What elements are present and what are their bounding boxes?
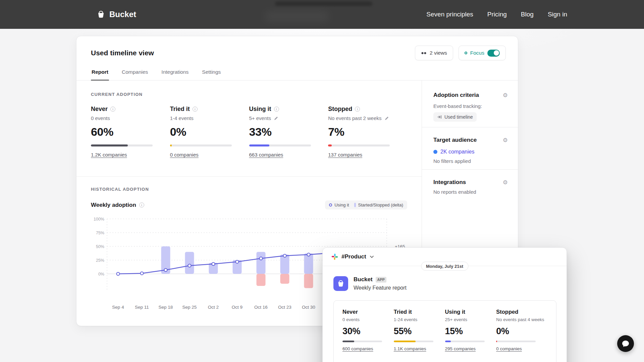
gear-icon[interactable]: ⚙ [503,137,508,143]
metric-events-label: 5+ events [249,115,328,121]
metric-value: 7% [328,125,407,138]
metric-progress-bar [91,144,153,146]
bucket-avatar-icon [337,280,345,288]
metric-events-text: 1-4 events [170,115,194,121]
metric-events-text: No events past 4 weeks [496,317,544,322]
toggle-knob [494,50,499,56]
metric-value: 60% [91,125,170,138]
integrations-title: Integrations [433,179,503,186]
svg-text:Sep 11: Sep 11 [135,305,149,310]
channel-name[interactable]: #Product [341,253,366,260]
gear-icon[interactable]: ⚙ [503,93,508,98]
used-timeline-chip[interactable]: Used timeline [433,112,477,122]
date-divider: Monday, July 21st [323,266,567,266]
slack-preview-card: #Product Monday, July 21st Bucket APP We… [322,247,567,362]
bucket-app-avatar [333,276,348,291]
legend-label: Using it [334,202,349,207]
date-pill[interactable]: Monday, July 21st [421,261,468,270]
current-adoption-metrics: Never0 events60%1.2K companiesTried it1-… [91,106,407,158]
metric-progress-bar [249,144,311,146]
metric-companies-link[interactable]: 137 companies [328,152,362,158]
gear-icon[interactable]: ⚙ [503,180,508,185]
metric-events-label: 1-24 events [394,317,445,322]
metric-events-label: 1-4 events [170,115,249,121]
metric-progress-fill [445,341,451,342]
edit-criteria-button[interactable] [384,116,389,121]
svg-text:Sep 18: Sep 18 [159,305,173,310]
metric-companies-link[interactable]: 295 companies [445,346,476,351]
tab-settings[interactable]: Settings [201,69,221,80]
focus-control: Focus [459,46,506,60]
nav-links: Seven principlesPricingBlogSign in [426,11,567,18]
message-body: Bucket APP Weekly Feature report [354,276,407,291]
metric-events-label: 0 events [91,115,170,121]
nav-link-seven-principles[interactable]: Seven principles [426,11,473,18]
focus-toggle[interactable] [487,50,500,57]
metric-events-text: 25+ events [445,317,467,322]
svg-text:Oct 23: Oct 23 [278,305,291,310]
metric-progress-bar [445,341,485,342]
svg-text:25%: 25% [96,258,104,263]
chevron-down-icon[interactable] [370,255,374,258]
metric-tried-it: Tried it1-24 events55%1.1K companies [394,309,445,352]
card-header: Used timeline view 2 views Focus [76,36,518,67]
nav-link-sign-in[interactable]: Sign in [548,11,567,18]
used-timeline-chip-label: Used timeline [444,114,473,120]
metric-events-label: 25+ events [445,317,496,322]
metric-value: 0% [496,326,547,337]
metric-companies-link[interactable]: 663 companies [249,152,283,158]
metric-name: Stopped [328,106,352,113]
bar-marker-icon [354,203,356,207]
svg-text:Oct 30: Oct 30 [302,305,315,310]
edit-criteria-button[interactable] [274,116,278,121]
nav-link-pricing[interactable]: Pricing [487,11,507,18]
app-badge: APP [376,277,386,283]
tab-companies[interactable]: Companies [121,69,149,80]
focus-label: Focus [470,50,484,56]
views-button[interactable]: 2 views [415,46,453,60]
nav-link-blog[interactable]: Blog [521,11,534,18]
metric-tried-it: Tried it1-4 events0%0 companies [170,106,249,158]
legend-item-using-it: Using it [329,202,349,207]
brand-logo[interactable]: Bucket [97,10,136,19]
metric-companies-link[interactable]: 0 companies [170,152,199,158]
metric-companies-link[interactable]: 600 companies [342,346,373,351]
current-adoption-section: CURRENT ADOPTION Never0 events60%1.2K co… [76,80,422,177]
metric-progress-bar [328,144,390,146]
metric-name: Using it [249,106,271,113]
info-icon [274,107,279,112]
metric-name-row: Stopped [328,106,407,113]
historical-adoption-heading: HISTORICAL ADOPTION [91,187,407,192]
metric-companies-link[interactable]: 1.1K companies [394,346,426,351]
metric-name: Never [342,309,358,315]
metric-events-text: No events past 2 weeks [328,115,381,121]
metric-value: 0% [170,125,249,138]
metric-progress-bar [170,144,232,146]
pencil-icon [274,116,278,121]
tab-report[interactable]: Report [91,69,109,80]
metric-using-it: Using it25+ events15%295 companies [445,309,496,352]
metric-companies-link[interactable]: 1.2K companies [91,152,127,158]
hero-glow [265,11,329,21]
metric-events-label: No events past 2 weeks [328,115,407,121]
info-icon [193,107,198,112]
hero-ghost-text [275,1,372,6]
metric-companies-link[interactable]: 0 companies [496,346,522,351]
metric-value: 15% [445,326,496,337]
tab-integrations[interactable]: Integrations [161,69,189,80]
brand-name: Bucket [109,10,136,19]
metric-progress-bar [394,341,433,342]
integrations-section: Integrations ⚙ No reports enabled [422,169,518,200]
metric-events-text: 5+ events [249,115,271,121]
audience-companies-link[interactable]: 2K companies [440,149,474,155]
metric-progress-bar [496,341,536,342]
svg-text:50%: 50% [96,244,104,249]
metric-value: 55% [394,326,445,337]
metric-using-it: Using it5+ events33%663 companies [249,106,328,158]
chat-widget-button[interactable] [617,335,634,352]
metric-name: Tried it [394,309,412,315]
page: { "navbar": { "brand": "Bucket", "links"… [0,0,644,362]
header-controls: 2 views Focus [415,46,506,60]
app-name: Bucket [354,276,373,283]
chart-title: Weekly adoption [91,202,144,208]
